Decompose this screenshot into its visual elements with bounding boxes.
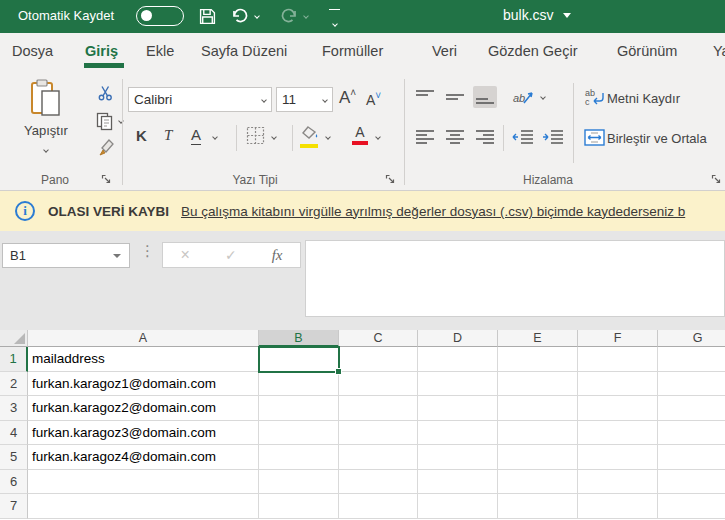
row-header-5[interactable]: 5 [0, 445, 28, 470]
cell-D1[interactable] [418, 347, 498, 372]
cell-C5[interactable] [339, 445, 418, 470]
column-header-e[interactable]: E [498, 330, 578, 347]
column-header-d[interactable]: D [418, 330, 498, 347]
cell-D4[interactable] [418, 421, 498, 446]
cell-A2[interactable]: furkan.karagoz1@domain.com [28, 372, 259, 397]
cell-E6[interactable] [498, 470, 578, 495]
underline-button[interactable]: A [191, 127, 201, 145]
cell-A3[interactable]: furkan.karagoz2@domain.com [28, 396, 259, 421]
merge-center-label[interactable]: Birleştir ve Ortala [607, 131, 707, 146]
formula-bar-resize-handle[interactable]: ⋮ [140, 242, 155, 260]
alignment-dialog-launcher-icon[interactable] [711, 174, 722, 185]
cell-B4[interactable] [259, 421, 339, 446]
align-middle-icon[interactable] [443, 86, 467, 108]
paste-button[interactable]: Yapıştır [20, 79, 72, 169]
italic-button[interactable]: T [164, 127, 172, 144]
cell-F7[interactable] [578, 494, 658, 519]
orientation-icon[interactable]: ab [510, 85, 536, 109]
align-center-icon[interactable] [443, 126, 467, 148]
save-icon[interactable] [197, 6, 217, 26]
merge-center-icon[interactable] [582, 126, 606, 148]
cell-F1[interactable] [578, 347, 658, 372]
fill-color-dropdown-icon[interactable] [325, 134, 331, 140]
align-bottom-icon[interactable] [473, 86, 497, 108]
column-header-f[interactable]: F [578, 330, 658, 347]
clipboard-dialog-launcher-icon[interactable] [101, 174, 112, 185]
cell-A1[interactable]: mailaddress [28, 347, 259, 372]
tab-sayfa-duzeni[interactable]: Sayfa Düzeni [201, 43, 287, 59]
grow-font-button[interactable]: A˄ [339, 87, 356, 108]
cell-C7[interactable] [339, 494, 418, 519]
row-header-1[interactable]: 1 [0, 347, 28, 372]
row-header-3[interactable]: 3 [0, 396, 28, 421]
borders-icon[interactable] [246, 126, 265, 145]
cell-D5[interactable] [418, 445, 498, 470]
copy-icon[interactable] [94, 111, 116, 131]
column-header-g[interactable]: G [658, 330, 725, 347]
cell-E1[interactable] [498, 347, 578, 372]
font-size-combo[interactable]: 11 [276, 87, 333, 112]
tab-veri[interactable]: Veri [432, 43, 457, 59]
cell-A7[interactable] [28, 494, 259, 519]
row-header-4[interactable]: 4 [0, 421, 28, 446]
decrease-indent-icon[interactable] [510, 126, 536, 148]
cell-G5[interactable] [658, 445, 725, 470]
cell-C3[interactable] [339, 396, 418, 421]
autosave-toggle[interactable] [136, 6, 184, 26]
font-color-button[interactable]: A [352, 124, 368, 145]
wrap-text-label[interactable]: Metni Kaydır [607, 91, 680, 106]
select-all-button[interactable] [0, 330, 28, 347]
cell-E3[interactable] [498, 396, 578, 421]
row-header-6[interactable]: 6 [0, 470, 28, 495]
formula-input[interactable] [305, 240, 725, 317]
customize-quick-access-icon[interactable] [328, 9, 341, 30]
cell-D7[interactable] [418, 494, 498, 519]
align-left-icon[interactable] [413, 126, 437, 148]
tab-gorunum[interactable]: Görünüm [617, 43, 677, 59]
cell-D3[interactable] [418, 396, 498, 421]
font-color-dropdown-icon[interactable] [375, 134, 381, 140]
cell-E2[interactable] [498, 372, 578, 397]
borders-dropdown-icon[interactable] [271, 134, 277, 140]
shrink-font-button[interactable]: A˅ [366, 90, 381, 108]
orientation-dropdown-icon[interactable] [540, 94, 546, 100]
cell-B7[interactable] [259, 494, 339, 519]
cell-D6[interactable] [418, 470, 498, 495]
cell-G4[interactable] [658, 421, 725, 446]
column-header-a[interactable]: A [28, 330, 259, 347]
cell-F5[interactable] [578, 445, 658, 470]
cell-F4[interactable] [578, 421, 658, 446]
cell-G7[interactable] [658, 494, 725, 519]
cell-C6[interactable] [339, 470, 418, 495]
name-box[interactable]: B1 [2, 243, 130, 268]
cell-F6[interactable] [578, 470, 658, 495]
cell-F2[interactable] [578, 372, 658, 397]
column-header-b[interactable]: B [259, 330, 339, 347]
document-title[interactable]: bulk.csv [503, 7, 571, 23]
enter-icon[interactable]: ✓ [225, 247, 237, 263]
cell-G2[interactable] [658, 372, 725, 397]
cell-E5[interactable] [498, 445, 578, 470]
cell-G3[interactable] [658, 396, 725, 421]
warning-link[interactable]: Bu çalışma kitabını virgülle ayrılmış de… [181, 204, 685, 219]
format-painter-icon[interactable] [94, 136, 118, 158]
bold-button[interactable]: K [136, 127, 147, 144]
fill-handle[interactable] [335, 368, 342, 375]
tab-ekle[interactable]: Ekle [146, 43, 174, 59]
cut-icon[interactable] [94, 84, 116, 102]
font-dialog-launcher-icon[interactable] [385, 174, 396, 185]
tab-gozden-gecir[interactable]: Gözden Geçir [488, 43, 577, 59]
cell-G1[interactable] [658, 347, 725, 372]
cell-C2[interactable] [339, 372, 418, 397]
row-header-7[interactable]: 7 [0, 494, 28, 519]
cell-F3[interactable] [578, 396, 658, 421]
redo-dropdown-icon[interactable] [303, 13, 309, 19]
name-box-dropdown-icon[interactable] [113, 254, 121, 258]
redo-icon[interactable] [279, 6, 299, 26]
cell-A4[interactable]: furkan.karagoz3@domain.com [28, 421, 259, 446]
column-header-c[interactable]: C [339, 330, 418, 347]
font-name-combo[interactable]: Calibri [128, 87, 272, 112]
cell-C1[interactable] [339, 347, 418, 372]
cell-C4[interactable] [339, 421, 418, 446]
undo-icon[interactable] [230, 6, 250, 26]
